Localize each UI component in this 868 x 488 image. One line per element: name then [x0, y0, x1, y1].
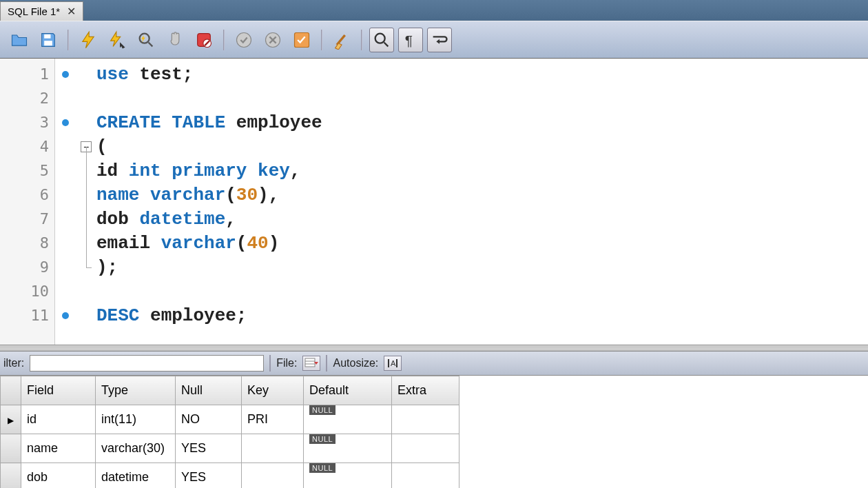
export-file-button[interactable]	[302, 356, 320, 371]
column-header[interactable]: Default	[304, 376, 392, 405]
column-header[interactable]: Field	[21, 376, 96, 405]
row-header[interactable]	[1, 434, 21, 463]
editor-toolbar: ¶	[0, 21, 868, 59]
grid-cell[interactable]	[242, 434, 304, 463]
grid-cell[interactable]: NO	[176, 405, 242, 434]
svg-rect-1	[44, 41, 52, 45]
export-icon	[304, 358, 318, 369]
stop-on-error-icon	[194, 30, 214, 50]
autocommit-icon	[292, 30, 311, 50]
fold-slot	[76, 159, 96, 183]
marker-slot	[55, 303, 76, 327]
code-token: varchar	[161, 233, 236, 254]
code-token: ,	[225, 209, 236, 230]
code-line[interactable]: (	[96, 134, 868, 159]
fold-slot	[76, 183, 96, 207]
sql-editor[interactable]: 1234567891011 − use test;CREATE TABLE em…	[0, 59, 868, 345]
code-token: (	[236, 233, 247, 254]
grid-cell[interactable]	[242, 463, 304, 489]
column-header[interactable]: Null	[176, 376, 242, 405]
grid-cell[interactable]: dob	[21, 463, 96, 489]
autosize-label: Autosize:	[333, 357, 378, 369]
grid-cell[interactable]: varchar(30)	[96, 434, 176, 463]
code-token: ),	[258, 185, 279, 205]
column-header[interactable]: Type	[96, 376, 176, 405]
grid-cell[interactable]	[392, 463, 459, 489]
grid-cell[interactable]	[392, 434, 459, 463]
code-line[interactable]: use test;	[96, 62, 868, 86]
code-line[interactable]: CREATE TABLE employee	[96, 110, 868, 134]
code-area[interactable]: use test;CREATE TABLE employee(id int pr…	[96, 59, 868, 345]
save-button[interactable]	[36, 28, 61, 52]
code-line[interactable]: );	[96, 255, 868, 279]
autosize-button[interactable]: A	[384, 356, 402, 371]
code-line[interactable]: DESC employee;	[96, 303, 868, 327]
execute-current-button[interactable]	[105, 28, 130, 52]
tab-sql-file[interactable]: SQL File 1* ✕	[0, 1, 83, 21]
magnifier-lightning-icon	[136, 30, 156, 50]
svg-line-3	[149, 42, 153, 46]
code-token: use	[96, 64, 129, 85]
results-panel: ilter: File: Autosize: A FieldTypeNullKe…	[0, 352, 868, 488]
open-file-button[interactable]	[7, 28, 32, 52]
grid-cell[interactable]: int(11)	[96, 405, 176, 434]
grid-cell[interactable]: name	[21, 434, 96, 463]
code-line[interactable]	[96, 86, 868, 110]
table-row[interactable]: dobdatetimeYESNULL	[1, 463, 459, 489]
grid-cell[interactable]: PRI	[242, 405, 304, 434]
tab-bar: SQL File 1* ✕	[0, 0, 868, 21]
results-toolbar: ilter: File: Autosize: A	[0, 352, 868, 376]
rollback-button[interactable]	[260, 28, 285, 52]
grid-cell[interactable]	[392, 405, 459, 434]
results-grid[interactable]: FieldTypeNullKeyDefaultExtra idint(11)NO…	[0, 376, 459, 488]
row-header[interactable]	[1, 405, 21, 434]
word-wrap-button[interactable]	[427, 28, 452, 52]
line-number: 8	[0, 231, 54, 255]
code-line[interactable]: email varchar(40)	[96, 231, 868, 255]
code-token: employee;	[139, 305, 247, 326]
code-line[interactable]	[96, 279, 868, 303]
file-label: File:	[276, 357, 297, 369]
table-row[interactable]: idint(11)NOPRINULL	[1, 405, 459, 434]
stop-button[interactable]	[163, 28, 187, 52]
show-whitespace-button[interactable]: ¶	[398, 28, 423, 52]
grid-cell[interactable]: NULL	[304, 434, 392, 463]
line-number: 10	[0, 279, 54, 303]
grid-cell[interactable]: id	[21, 405, 96, 434]
column-header[interactable]: Key	[242, 376, 304, 405]
commit-button[interactable]	[231, 28, 256, 52]
grid-cell[interactable]: NULL	[304, 463, 392, 489]
tab-title: SQL File 1*	[8, 6, 60, 17]
find-button[interactable]	[369, 28, 394, 52]
stop-error-button[interactable]	[192, 28, 216, 52]
grid-cell[interactable]: YES	[176, 463, 242, 489]
grid-cell[interactable]: datetime	[96, 463, 176, 489]
check-circle-icon	[234, 30, 254, 50]
row-header[interactable]	[1, 463, 21, 489]
code-token: test;	[129, 64, 194, 85]
marker-slot	[55, 231, 76, 255]
fold-slot	[76, 279, 96, 303]
grid-cell[interactable]: NULL	[304, 405, 392, 434]
code-token: (	[225, 185, 236, 205]
code-line[interactable]: name varchar(30),	[96, 183, 868, 207]
line-number: 7	[0, 207, 54, 231]
fold-slot	[76, 255, 96, 279]
fold-slot	[76, 62, 96, 86]
fold-slot	[76, 231, 96, 255]
beautify-button[interactable]	[329, 28, 354, 52]
splitter[interactable]	[0, 345, 868, 352]
line-number: 4	[0, 134, 54, 159]
code-line[interactable]: dob datetime,	[96, 207, 868, 231]
autocommit-button[interactable]	[289, 28, 314, 52]
table-row[interactable]: namevarchar(30)YESNULL	[1, 434, 459, 463]
execute-button[interactable]	[76, 28, 101, 52]
column-header[interactable]: Extra	[392, 376, 459, 405]
marker-slot	[55, 183, 76, 207]
close-icon[interactable]: ✕	[67, 5, 76, 18]
statement-marker-icon	[62, 119, 69, 126]
grid-cell[interactable]: YES	[176, 434, 242, 463]
search-button[interactable]	[134, 28, 158, 52]
filter-input[interactable]	[30, 355, 264, 372]
code-line[interactable]: id int primary key,	[96, 159, 868, 183]
